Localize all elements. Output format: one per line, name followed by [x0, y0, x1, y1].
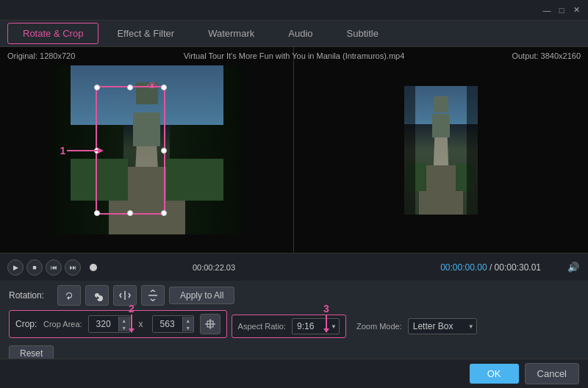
crop-section: Crop: Crop Area: ▲ ▼ x ▲ ▼: [9, 310, 227, 338]
tab-effect-filter[interactable]: Effect & Filter: [101, 23, 190, 44]
rotation-label: Rotation:: [9, 290, 53, 301]
crop-handle-bl[interactable]: [94, 210, 100, 216]
crop-handle-tr[interactable]: [161, 85, 167, 90]
controls-panel: Rotation: Apply to All Crop: Cro: [0, 281, 588, 370]
progress-indicator[interactable]: [90, 264, 97, 271]
prev-frame-button[interactable]: ⏮: [46, 259, 62, 276]
flip-vertical-button[interactable]: [141, 285, 165, 306]
maximize-button[interactable]: □: [556, 4, 567, 16]
output-preview: [294, 47, 588, 253]
rotation-row: Rotation: Apply to All: [9, 285, 579, 306]
annotation-2-arrow: [131, 315, 132, 329]
ok-button[interactable]: OK: [470, 364, 519, 384]
source-preview: 👁: [0, 47, 294, 253]
annotation-2: 2: [129, 303, 135, 329]
crop-label: Crop:: [15, 319, 37, 329]
svg-marker-1: [98, 148, 104, 154]
height-increment[interactable]: ▲: [183, 317, 193, 324]
aspect-ratio-select-wrapper[interactable]: 9:16 16:9 4:3 1:1 Free ▼: [292, 318, 340, 334]
height-spinbox[interactable]: ▲ ▼: [152, 315, 194, 333]
crop-handle-br[interactable]: [161, 210, 167, 216]
original-resolution: Original: 1280x720: [7, 51, 75, 60]
width-decrement[interactable]: ▼: [119, 324, 129, 331]
annotation-1: 1: [60, 145, 104, 157]
rotate-left-button[interactable]: [57, 285, 81, 306]
video-preview-area: Original: 1280x720 Virtual Tour It's Mor…: [0, 47, 588, 253]
crop-handle-mr[interactable]: [161, 148, 167, 154]
aspect-ratio-select[interactable]: 9:16 16:9 4:3 1:1 Free: [292, 318, 340, 334]
tab-rotate-crop[interactable]: Rotate & Crop: [7, 23, 98, 44]
playback-controls: ▶ ■ ⏮ ⏭ 00:00:22.03 00:00:00.00 / 00:00:…: [0, 253, 588, 281]
rotate-right-button[interactable]: [85, 285, 109, 306]
current-time: 00:00:22.03: [106, 263, 322, 272]
crop-handle-bc[interactable]: [127, 210, 133, 216]
stop-button[interactable]: ■: [26, 259, 43, 276]
eye-icon[interactable]: 👁: [147, 80, 157, 92]
title-bar: — □ ✕: [0, 0, 588, 21]
aspect-ratio-label: Aspect Ratio:: [238, 322, 286, 331]
close-button[interactable]: ✕: [570, 4, 582, 16]
zoom-mode-label: Zoom Mode:: [356, 322, 402, 331]
zoom-mode-select[interactable]: Letter Box Pan & Scan Full: [408, 318, 477, 334]
time-played: 00:00:00.00: [440, 262, 487, 273]
apply-to-all-button[interactable]: Apply to All: [169, 287, 234, 304]
crop-handle-tc[interactable]: [127, 85, 133, 90]
bottom-action-bar: OK Cancel: [0, 359, 588, 388]
video-title: Virtual Tour It's More Fun with You in M…: [184, 51, 405, 60]
width-increment[interactable]: ▲: [119, 317, 129, 324]
annotation-3-arrow: [326, 315, 327, 329]
minimize-button[interactable]: —: [541, 4, 553, 16]
height-decrement[interactable]: ▼: [183, 324, 193, 331]
output-resolution: Output: 3840x2160: [512, 51, 581, 60]
zoom-mode-select-wrapper[interactable]: Letter Box Pan & Scan Full ▼: [408, 318, 477, 334]
crop-height-input[interactable]: [153, 316, 182, 332]
width-spinbox[interactable]: ▲ ▼: [88, 315, 130, 333]
crop-width-input[interactable]: [89, 316, 118, 332]
play-button[interactable]: ▶: [7, 259, 24, 276]
tab-subtitle[interactable]: Subtitle: [331, 23, 394, 44]
annotation-3: 3: [323, 303, 329, 329]
tab-bar: Rotate & Crop Effect & Filter Watermark …: [0, 21, 588, 47]
crop-aspect-row: Crop: Crop Area: ▲ ▼ x ▲ ▼: [9, 310, 579, 342]
zoom-mode-section: Zoom Mode: Letter Box Pan & Scan Full ▼: [351, 315, 483, 337]
cancel-button[interactable]: Cancel: [525, 363, 579, 384]
crop-box[interactable]: [96, 86, 165, 215]
volume-button[interactable]: 🔊: [566, 260, 581, 275]
tab-watermark[interactable]: Watermark: [193, 23, 270, 44]
output-video-scene: [404, 86, 478, 215]
crop-area-label: Crop Area:: [43, 320, 82, 328]
time-separator: /: [490, 262, 492, 273]
next-frame-button[interactable]: ⏭: [65, 259, 81, 276]
crop-handle-tl[interactable]: [94, 85, 100, 90]
time-total: 00:00:30.01: [495, 262, 541, 273]
crosshair-button[interactable]: [200, 314, 220, 334]
dimension-separator: x: [139, 319, 143, 329]
tab-audio[interactable]: Audio: [273, 23, 328, 44]
